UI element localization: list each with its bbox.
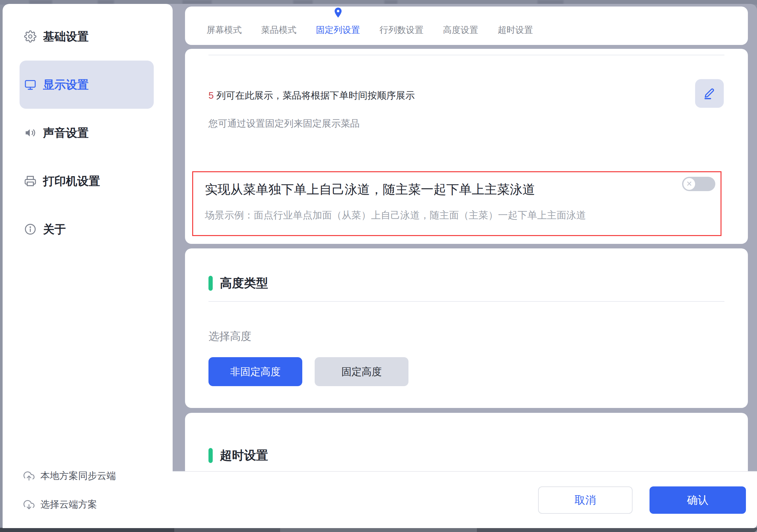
- sidebar-nav: 基础设置 显示设置 声音设置 打印机设置: [3, 4, 173, 253]
- display-settings-tabbar: 屏幕模式 菜品模式 固定列设置 行列数设置 高度设置 超时设置: [185, 7, 748, 45]
- printer-icon: [24, 175, 37, 187]
- side-link-label: 选择云端方案: [41, 498, 97, 511]
- tab-fixed-column-settings[interactable]: 固定列设置: [316, 24, 360, 36]
- select-height-label: 选择高度: [208, 329, 252, 344]
- sidebar-item-basic-settings[interactable]: 基础设置: [19, 13, 154, 61]
- columns-display-hint: 5列可在此展示，菜品将根据下单时间按顺序展示: [208, 89, 415, 102]
- settings-sidebar: 基础设置 显示设置 声音设置 打印机设置: [3, 4, 173, 528]
- tab-dish-mode[interactable]: 菜品模式: [261, 24, 296, 36]
- height-type-panel: 高度类型 选择高度 非固定高度 固定高度: [185, 249, 748, 408]
- fixed-column-hint: 您可通过设置固定列来固定展示菜品: [208, 117, 360, 130]
- section-accent-bar: [208, 448, 213, 463]
- choose-cloud-plan-link[interactable]: 选择云端方案: [3, 490, 173, 519]
- sidebar-item-label: 显示设置: [43, 77, 89, 93]
- location-pin-icon: [333, 7, 343, 19]
- sidebar-item-label: 关于: [43, 222, 66, 237]
- sync-local-to-cloud-link[interactable]: 本地方案同步云端: [3, 462, 173, 490]
- toggle-knob-x-icon: ✕: [683, 178, 695, 190]
- gear-icon: [24, 30, 37, 43]
- section-accent-bar: [208, 276, 213, 291]
- sidebar-item-about[interactable]: 关于: [19, 205, 154, 253]
- non-fixed-height-button[interactable]: 非固定高度: [208, 357, 302, 386]
- tab-screen-mode[interactable]: 屏幕模式: [206, 24, 242, 36]
- fixed-column-panel: 5列可在此展示，菜品将根据下单时间按顺序展示 您可通过设置固定列来固定展示菜品 …: [185, 49, 748, 244]
- feature-title: 实现从菜单独下单上自己泳道，随主菜一起下单上主菜泳道: [205, 181, 535, 198]
- divider: [208, 55, 724, 55]
- edit-columns-button[interactable]: [695, 79, 724, 108]
- confirm-button[interactable]: 确认: [650, 487, 746, 514]
- speaker-icon: [24, 127, 37, 139]
- sub-dish-lane-feature-box: 实现从菜单独下单上自己泳道，随主菜一起下单上主菜泳道 场景示例：面点行业单点加面…: [192, 171, 721, 236]
- fixed-height-button[interactable]: 固定高度: [315, 357, 409, 386]
- cancel-button[interactable]: 取消: [538, 487, 633, 514]
- divider: [208, 301, 724, 302]
- tab-timeout-settings[interactable]: 超时设置: [498, 24, 533, 36]
- sidebar-item-label: 打印机设置: [43, 173, 100, 189]
- section-title: 超时设置: [208, 447, 268, 464]
- info-icon: [24, 223, 37, 235]
- cloud-download-icon: [23, 499, 35, 510]
- settings-dialog: 基础设置 显示设置 声音设置 打印机设置: [3, 4, 757, 528]
- sidebar-item-display-settings[interactable]: 显示设置: [19, 61, 154, 109]
- side-link-label: 本地方案同步云端: [41, 469, 116, 483]
- feature-toggle-off[interactable]: ✕: [682, 177, 715, 191]
- tab-height-settings[interactable]: 高度设置: [443, 24, 478, 36]
- monitor-icon: [24, 78, 37, 91]
- background-taskbar-strip: [0, 528, 757, 532]
- pencil-icon: [703, 87, 716, 100]
- sidebar-item-sound-settings[interactable]: 声音设置: [19, 109, 154, 157]
- sidebar-footer-links: 本地方案同步云端 选择云端方案: [3, 462, 173, 519]
- sidebar-item-label: 基础设置: [43, 29, 89, 44]
- columns-count-value: 5: [208, 90, 214, 101]
- feature-description: 场景示例：面点行业单点加面（从菜）上自己泳道，随主面（主菜）一起下单上主面泳道: [205, 209, 586, 222]
- sidebar-item-label: 声音设置: [43, 125, 89, 141]
- tab-row-column-count-settings[interactable]: 行列数设置: [379, 24, 423, 36]
- sidebar-item-printer-settings[interactable]: 打印机设置: [19, 157, 154, 205]
- dialog-footer: 取消 确认: [173, 471, 757, 528]
- cloud-upload-icon: [23, 470, 35, 482]
- section-title: 高度类型: [208, 275, 268, 291]
